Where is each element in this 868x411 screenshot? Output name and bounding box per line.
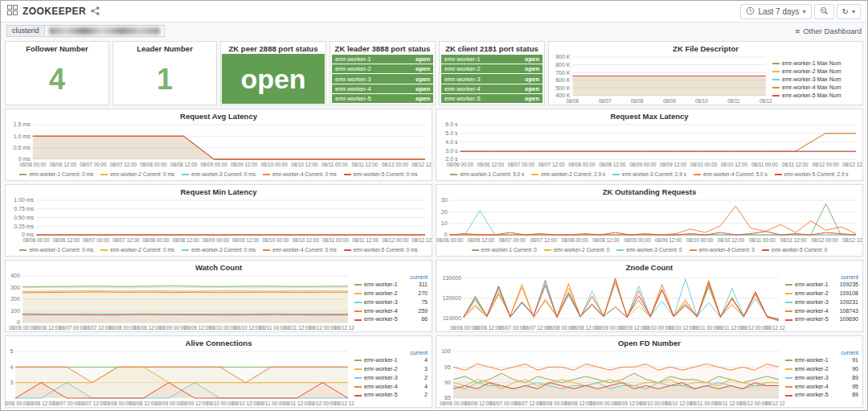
chart-plot[interactable]: 34508/06 00:0008/06 12:0008/07 00:0008/0… [6, 348, 354, 407]
legend-item[interactable]: emr-worker-4 Current: 0 ms [263, 171, 337, 177]
svg-text:400: 400 [10, 273, 20, 278]
chart-plot[interactable]: 11000012000013000008/06 00:0008/06 12:00… [436, 273, 785, 331]
legend-item[interactable]: emr-worker-3 Current: 0 ms [182, 171, 256, 177]
legend-item[interactable]: emr-worker-4 Current: 5.0 s [694, 171, 768, 177]
svg-text:08/11 12:00: 08/11 12:00 [285, 325, 311, 331]
panel-zk-file-descriptor: ZK File Descriptor 400 K500 K600 K700 K8… [548, 41, 863, 105]
legend-item[interactable]: emr-worker-4 Current: 0 [690, 247, 755, 253]
chart-plot[interactable]: 400 K500 K600 K700 K800 K900 K08/0608/07… [549, 54, 772, 105]
svg-text:08/11 00:00: 08/11 00:00 [690, 401, 717, 406]
panel-title[interactable]: ZK File Descriptor [549, 42, 862, 54]
leader-number-value: 1 [113, 54, 216, 105]
time-range-picker[interactable]: Last 7 days ▾ [740, 4, 811, 19]
panel-title[interactable]: Request Avg Latency [6, 109, 432, 121]
legend-item[interactable]: emr-worker-2270 [354, 290, 428, 298]
legend-item[interactable]: emr-worker-389 [785, 374, 858, 383]
legend-item[interactable]: emr-worker-4259 [354, 307, 428, 316]
legend-item[interactable]: emr-worker-1 Current: 5.0 s [450, 171, 524, 177]
legend-item[interactable]: emr-worker-44 [354, 383, 428, 392]
panel-title[interactable]: Follower Number [6, 42, 108, 54]
status-row: emr-worker-3open [332, 74, 433, 83]
legend-item[interactable]: emr-worker-2 Current: 0 ms [100, 247, 174, 253]
legend-item[interactable]: emr-worker-566 [354, 315, 428, 324]
legend-item[interactable]: emr-worker-4 Current: 0 ms [263, 247, 337, 253]
legend-item[interactable]: emr-worker-290 [785, 365, 858, 374]
panel-title[interactable]: Alive Connections [6, 336, 432, 348]
legend-item[interactable]: emr-worker-1109235 [785, 281, 858, 290]
panel-title[interactable]: Leader Number [113, 42, 216, 54]
legend-item[interactable]: emr-worker-3 Max Num [772, 76, 859, 82]
panel-title[interactable]: Request Max Latency [436, 109, 862, 121]
dashboard-grid-icon[interactable] [7, 4, 18, 18]
chevron-down-icon: ▾ [852, 8, 855, 15]
status-list: emr-worker-1openemr-worker-2openemr-work… [330, 54, 435, 105]
zoom-out-button[interactable] [814, 4, 834, 19]
clusterid-value-dropdown[interactable] [44, 25, 165, 37]
refresh-button[interactable]: ↻ ▾ [837, 4, 861, 19]
legend-item[interactable]: emr-worker-1311 [354, 281, 428, 290]
svg-text:08/06 12:00: 08/06 12:00 [465, 401, 492, 406]
chart-canvas: 2.0 s3.0 s4.0 s5.0 s6.0 s08/06 00:0008/0… [436, 121, 862, 168]
chart-plot[interactable]: 010203008/06 00:0008/06 12:0008/07 00:00… [436, 197, 862, 244]
legend-item[interactable]: emr-worker-2 Current: 0 [544, 247, 609, 253]
panel-title[interactable]: Open FD Number [436, 336, 862, 348]
svg-text:1.0 ms: 1.0 ms [14, 134, 31, 139]
chart-canvas: 0 ms0.5 ms1.0 ms1.5 ms08/06 00:0008/06 1… [6, 121, 432, 168]
svg-text:3: 3 [10, 380, 13, 385]
panel-title[interactable]: ZK Outstanding Requests [436, 185, 862, 197]
legend-item[interactable]: emr-worker-191 [785, 356, 858, 365]
legend-current-value: 75 [421, 298, 428, 307]
legend-item[interactable]: emr-worker-495 [785, 383, 858, 392]
legend-item[interactable]: emr-worker-1 Current: 0 [472, 247, 537, 253]
zookeeper-dashboard: ZOOKEEPER Last 7 days ▾ ↻ ▾ [0, 0, 868, 411]
panel-title[interactable]: ZK leader 3888 port status [330, 42, 435, 54]
svg-text:200: 200 [10, 296, 20, 302]
panel-title[interactable]: Request Min Latency [6, 185, 432, 197]
legend-item[interactable]: emr-worker-3109231 [785, 298, 858, 307]
share-icon[interactable] [91, 4, 100, 18]
panel-title[interactable]: ZK client 2181 port status [440, 42, 544, 54]
panel-open-fd-number: Open FD Number 85909510008/06 00:0008/06… [436, 335, 863, 408]
panel-title[interactable]: Watch Count [6, 261, 432, 273]
legend-item[interactable]: emr-worker-23 [354, 365, 428, 374]
svg-text:800 K: 800 K [555, 62, 571, 68]
chart-plot[interactable]: 010020030040008/06 00:0008/06 12:0008/07… [6, 273, 354, 331]
legend-item[interactable]: emr-worker-32 [354, 374, 428, 383]
legend-item[interactable]: emr-worker-52 [354, 391, 428, 400]
legend-item[interactable]: emr-worker-3 Current: 0 ms [182, 247, 256, 253]
legend-item[interactable]: emr-worker-1 Current: 0 ms [19, 247, 93, 253]
legend-current-value: 109108 [840, 290, 858, 298]
svg-text:08/07 12:00: 08/07 12:00 [530, 237, 558, 243]
legend-item[interactable]: emr-worker-589 [785, 391, 858, 400]
legend-item[interactable]: emr-worker-1 Max Num [772, 60, 859, 66]
legend-item[interactable]: emr-worker-5 Current: 2.9 s [775, 171, 849, 177]
legend-item[interactable]: emr-worker-5 Current: 0 ms [344, 171, 418, 177]
legend-item[interactable]: emr-worker-2 Current: 2.9 s [531, 171, 605, 177]
legend-item[interactable]: emr-worker-3 Current: 0 [616, 247, 682, 253]
chart-plot[interactable]: 2.0 s3.0 s4.0 s5.0 s6.0 s08/06 00:0008/0… [436, 121, 862, 168]
other-dashboard-link[interactable]: ≡ Other Dashboard [796, 27, 862, 35]
legend-current-header: current [785, 274, 858, 281]
legend-item[interactable]: emr-worker-2 Max Num [772, 68, 859, 74]
chart-plot[interactable]: 0 ms0.25 ms0.50 ms0.75 ms1.00 ms08/06 00… [6, 197, 432, 244]
legend-item[interactable]: emr-worker-2109108 [785, 290, 858, 298]
svg-text:08/06 12:00: 08/06 12:00 [53, 237, 80, 243]
svg-text:6.0 s: 6.0 s [445, 121, 458, 127]
chart-plot[interactable]: 0 ms0.5 ms1.0 ms1.5 ms08/06 00:0008/06 1… [6, 121, 432, 168]
panel-title[interactable]: ZK peer 2888 port status [221, 42, 326, 54]
chart-plot[interactable]: 85909510008/06 00:0008/06 12:0008/07 00:… [436, 348, 785, 407]
legend-item[interactable]: emr-worker-375 [354, 298, 428, 307]
legend-item[interactable]: emr-worker-4 Max Num [772, 84, 859, 90]
legend-item[interactable]: emr-worker-5 Max Num [772, 92, 859, 98]
legend-item[interactable]: emr-worker-5 Current: 0 [762, 247, 827, 253]
legend-item[interactable]: emr-worker-2 Current: 0 ms [100, 171, 174, 177]
legend-current-value: 109235 [840, 281, 858, 290]
legend-item[interactable]: emr-worker-1 Current: 0 ms [19, 171, 93, 177]
legend-item[interactable]: emr-worker-14 [354, 356, 428, 365]
legend-item[interactable]: emr-worker-5109690 [785, 315, 858, 324]
panel-title[interactable]: Znode Count [436, 261, 862, 273]
legend-item[interactable]: emr-worker-5 Current: 0 ms [344, 247, 418, 253]
legend-item[interactable]: emr-worker-3 Current: 2.9 s [612, 171, 686, 177]
svg-text:08/09 00:00: 08/09 00:00 [159, 325, 186, 331]
legend-item[interactable]: emr-worker-4108743 [785, 307, 858, 316]
